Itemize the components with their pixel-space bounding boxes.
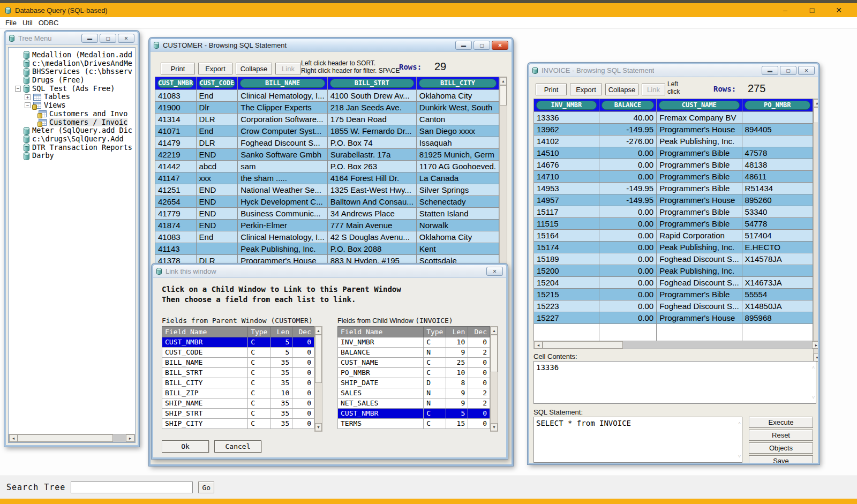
- scroll-down-icon[interactable]: ▼: [814, 353, 818, 362]
- cell[interactable]: END: [196, 220, 238, 231]
- cell[interactable]: 42 S Douglas Avenu...: [327, 231, 416, 243]
- table-row[interactable]: 41251 END National Weather Se... 1325 Ea…: [155, 184, 499, 196]
- cell[interactable]: 0.00: [599, 206, 656, 218]
- tree-menu-titlebar[interactable]: Tree Menu ▬ ▢ ✕: [6, 32, 138, 45]
- execute-button[interactable]: Execute: [749, 417, 813, 428]
- maximize-button[interactable]: ▢: [100, 34, 116, 43]
- scroll-left-icon[interactable]: ◄: [9, 434, 18, 442]
- field-type[interactable]: N: [424, 398, 446, 409]
- export-button[interactable]: Export: [198, 63, 232, 74]
- tree-horizontal-scrollbar[interactable]: ◄ ►: [9, 434, 135, 442]
- table-row[interactable]: 42219 END Sanko Software Gmbh Surabellas…: [155, 149, 499, 161]
- cell[interactable]: 0.00: [599, 277, 656, 289]
- objects-button[interactable]: Objects: [749, 442, 813, 454]
- cell[interactable]: Corporation Software...: [238, 114, 327, 125]
- cell[interactable]: 41442: [155, 161, 197, 172]
- field-dec[interactable]: 2: [468, 348, 490, 358]
- field-row[interactable]: SHIP_STRT C 35 0: [162, 409, 314, 419]
- cell[interactable]: END: [196, 196, 238, 208]
- cell[interactable]: the sham .....: [238, 172, 327, 184]
- field-len[interactable]: 8: [446, 378, 468, 388]
- column-header[interactable]: BILL_NAME: [238, 77, 327, 90]
- field-type[interactable]: C: [248, 419, 270, 429]
- field-type[interactable]: C: [424, 419, 446, 429]
- tree-item-bhsservices[interactable]: BHSServices (c:\bhsserv: [9, 67, 135, 76]
- cell[interactable]: 41143: [155, 243, 197, 255]
- scrollbar-thumb[interactable]: [491, 335, 498, 372]
- field-row[interactable]: CUST_CODE C 5 0: [162, 348, 314, 358]
- field-dec[interactable]: 0: [468, 337, 490, 348]
- field-name[interactable]: SALES: [338, 388, 424, 398]
- cell[interactable]: 15204: [534, 277, 599, 289]
- cell[interactable]: E.HECTO: [742, 242, 813, 253]
- field-dec[interactable]: 0: [468, 358, 490, 368]
- field-type[interactable]: C: [248, 368, 270, 378]
- customer-titlebar[interactable]: CUSTOMER - Browsing SQL Statement ▬ ▢ ✕: [151, 39, 512, 52]
- collapse-button[interactable]: Collapse: [605, 84, 638, 95]
- scroll-down-icon[interactable]: ˅: [812, 393, 815, 402]
- column-header[interactable]: CUST_NMBR: [155, 77, 197, 90]
- table-row[interactable]: 13962 -149.95 Programmer's House 894405: [534, 124, 813, 136]
- cell[interactable]: 15117: [534, 206, 599, 218]
- collapse-button[interactable]: Collapse: [236, 63, 272, 74]
- table-row[interactable]: 41143 Peak Publishing, Inc. P.O. Box 208…: [155, 243, 499, 255]
- cell[interactable]: Business Communic...: [238, 208, 327, 220]
- field-dec[interactable]: 0: [292, 368, 314, 378]
- field-name[interactable]: INV_NMBR: [338, 337, 424, 348]
- cell[interactable]: Statten Island: [416, 208, 499, 220]
- scroll-up-icon[interactable]: ▲: [500, 77, 507, 85]
- maximize-button[interactable]: ▢: [473, 41, 490, 50]
- column-header[interactable]: Type: [424, 327, 446, 337]
- field-row[interactable]: PO_NMBR C 10 0: [338, 368, 490, 378]
- table-row[interactable]: 15215 0.00 Programmer's Bible 55554: [534, 289, 813, 300]
- cell[interactable]: Fremax Company BV: [657, 112, 742, 124]
- cell[interactable]: 4100 South Drew Av...: [327, 90, 416, 102]
- cell[interactable]: 11515: [534, 218, 599, 230]
- cell[interactable]: 0.00: [599, 300, 656, 312]
- field-len[interactable]: 9: [446, 398, 468, 409]
- field-type[interactable]: C: [248, 388, 270, 398]
- cell[interactable]: Programmer's House: [657, 312, 742, 324]
- cell[interactable]: Oklahoma City: [416, 90, 499, 102]
- field-dec[interactable]: 0: [292, 409, 314, 419]
- column-header[interactable]: PO_NMBR: [742, 99, 813, 112]
- cell[interactable]: Peak Publishing, Inc.: [657, 265, 742, 277]
- cell[interactable]: Sanko Software Gmbh: [238, 149, 327, 161]
- field-type[interactable]: N: [424, 348, 446, 358]
- cell[interactable]: San Diego xxxx: [416, 125, 499, 137]
- cell[interactable]: 41779: [155, 208, 197, 220]
- cell[interactable]: DLR: [196, 137, 238, 149]
- tree-item-darby[interactable]: Darby: [9, 152, 135, 160]
- table-row[interactable]: 15174 0.00 Peak Publishing, Inc. E.HECTO: [534, 242, 813, 253]
- field-dec[interactable]: 2: [468, 398, 490, 409]
- table-row[interactable]: 41479 DLR Foghead Discount S... P.O. Box…: [155, 137, 499, 149]
- column-header[interactable]: CUST_NAME: [657, 99, 742, 112]
- cell[interactable]: 41874: [155, 220, 197, 231]
- cell[interactable]: 48138: [742, 159, 813, 171]
- cell[interactable]: [196, 243, 238, 255]
- cell[interactable]: Silver Springs: [416, 184, 499, 196]
- field-name[interactable]: PO_NMBR: [338, 368, 424, 378]
- table-row[interactable]: 14102 -276.00 Peak Publishing, Inc.: [534, 136, 813, 147]
- cell[interactable]: 15200: [534, 265, 599, 277]
- link-button[interactable]: Link: [642, 84, 665, 95]
- cell[interactable]: 14953: [534, 183, 599, 194]
- column-header[interactable]: Len: [270, 327, 292, 337]
- tree-item-customers-invoices[interactable]: Customers / Invoic: [9, 118, 135, 127]
- cell[interactable]: Programmer's House: [657, 124, 742, 136]
- export-button[interactable]: Export: [570, 84, 602, 95]
- close-icon[interactable]: ✕: [833, 6, 844, 14]
- field-row[interactable]: BALANCE N 9 2: [338, 348, 490, 358]
- customer-vertical-scrollbar[interactable]: ▲: [499, 77, 507, 267]
- field-name[interactable]: SHIP_NAME: [162, 398, 248, 409]
- cell[interactable]: 0.00: [599, 312, 656, 324]
- cell[interactable]: R51434: [742, 183, 813, 194]
- table-row[interactable]: 15117 0.00 Programmer's Bible 53340: [534, 206, 813, 218]
- close-button[interactable]: ✕: [492, 41, 508, 50]
- field-type[interactable]: C: [248, 409, 270, 419]
- cell-contents-box[interactable]: 13336 ˄ ˅: [533, 361, 816, 404]
- cell[interactable]: Programmer's Bible: [657, 159, 742, 171]
- cell[interactable]: Foghead Discount S...: [238, 137, 327, 149]
- cell[interactable]: P.O. Box 263: [327, 161, 416, 172]
- table-row[interactable]: 14953 -149.95 Programmer's Bible R51434: [534, 183, 813, 194]
